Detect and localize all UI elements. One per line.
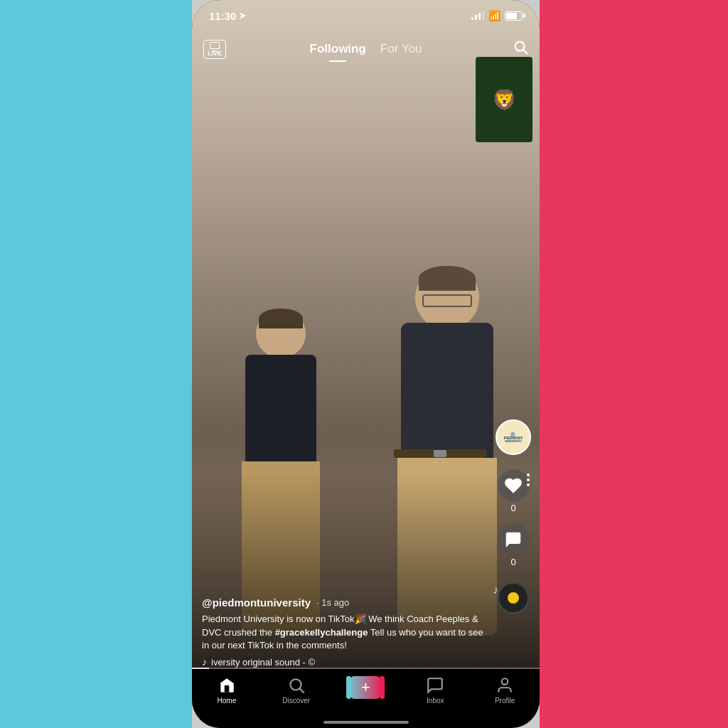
nav-home[interactable]: Home <box>205 676 248 705</box>
like-count: 0 <box>510 503 515 513</box>
home-icon <box>218 676 236 695</box>
dot-1 <box>527 473 530 476</box>
username-row: @piedmontuniversity · 1s ago <box>202 596 490 609</box>
music-row: ♪ iversity original sound - © <box>202 656 490 668</box>
status-bar: 11:30 ➤ 📶 <box>192 0 540 31</box>
nav-profile[interactable]: Profile <box>483 676 526 705</box>
comment-count: 0 <box>510 557 515 567</box>
dot-3 <box>527 483 530 486</box>
signal-bar-2 <box>475 15 477 20</box>
person-main-body <box>401 323 493 465</box>
nav-inbox-label: Inbox <box>427 697 444 705</box>
caption-text: Piedmont University is now on TikTok🎉 We… <box>202 613 490 652</box>
more-options-button[interactable] <box>527 473 530 486</box>
dot-2 <box>527 478 530 481</box>
nav-create[interactable]: + <box>344 676 387 699</box>
belt-buckle <box>434 450 446 457</box>
bottom-navigation: Home Discover + Inbox <box>192 669 540 728</box>
music-disc-center <box>508 592 519 604</box>
music-float-icon: ♪ <box>493 584 498 596</box>
nav-profile-label: Profile <box>495 697 515 705</box>
discover-icon <box>287 676 306 695</box>
svg-point-2 <box>290 679 301 690</box>
page-wrapper: 🦁 <box>0 0 728 728</box>
signal-bar-3 <box>478 13 481 20</box>
timestamp-text: · 1s ago <box>316 597 349 608</box>
like-button[interactable]: 0 <box>498 469 530 513</box>
username-text[interactable]: @piedmontuniversity <box>202 596 311 609</box>
battery-fill <box>506 13 517 19</box>
status-time-group: 11:30 ➤ <box>209 10 246 22</box>
signal-bar-1 <box>471 17 473 20</box>
wall-banner: 🦁 <box>476 57 532 142</box>
creator-avatar[interactable]: 🏛️ PIEDMONT UNIVERSITY <box>496 419 531 455</box>
status-icons-group: 📶 <box>471 10 523 21</box>
nav-discover-label: Discover <box>282 697 310 705</box>
person-bg-body <box>245 355 316 469</box>
person-main-glasses <box>422 294 472 307</box>
location-icon: ➤ <box>239 11 246 21</box>
phone-frame: 🦁 <box>192 0 540 728</box>
top-navigation: LIVE Following For You <box>192 31 540 67</box>
plus-icon: + <box>361 678 370 697</box>
nav-inbox[interactable]: Inbox <box>414 676 456 705</box>
svg-line-1 <box>523 50 527 53</box>
nav-discover[interactable]: Discover <box>275 676 318 705</box>
svg-line-3 <box>300 689 304 693</box>
home-indicator <box>323 721 409 724</box>
wifi-icon: 📶 <box>488 10 500 21</box>
search-button[interactable] <box>513 39 528 59</box>
nav-home-label: Home <box>218 697 237 705</box>
comment-icon <box>498 523 530 555</box>
left-background <box>0 0 192 728</box>
action-sidebar: 🏛️ PIEDMONT UNIVERSITY 0 <box>496 419 531 614</box>
music-disc[interactable] <box>497 582 530 614</box>
person-main-head <box>415 266 479 330</box>
profile-icon <box>496 676 514 695</box>
person-bg-head <box>256 309 306 358</box>
signal-icon <box>471 11 484 20</box>
music-text: iversity original sound - © <box>211 657 315 668</box>
battery-icon <box>505 11 523 21</box>
tv-icon <box>210 42 220 49</box>
hashtag-text[interactable]: #gracekellychallenge <box>275 627 368 638</box>
avatar-logo-text: 🏛️ PIEDMONT UNIVERSITY <box>504 432 523 444</box>
signal-bar-4 <box>482 11 484 20</box>
heart-icon <box>498 469 530 501</box>
svg-point-4 <box>502 678 508 685</box>
tab-group: Following For You <box>310 39 422 59</box>
content-overlay: @piedmontuniversity · 1s ago Piedmont Un… <box>202 596 490 668</box>
time-display: 11:30 <box>209 10 236 22</box>
banner-logo: 🦁 <box>492 88 517 112</box>
belt <box>394 449 486 458</box>
create-button[interactable]: + <box>349 676 382 699</box>
inbox-icon <box>426 676 444 695</box>
live-button[interactable]: LIVE <box>203 40 226 59</box>
tab-following[interactable]: Following <box>310 39 366 59</box>
comment-button[interactable]: 0 <box>498 523 530 567</box>
tab-for-you[interactable]: For You <box>380 39 422 59</box>
music-note-icon: ♪ <box>202 656 207 668</box>
right-background <box>540 0 728 728</box>
